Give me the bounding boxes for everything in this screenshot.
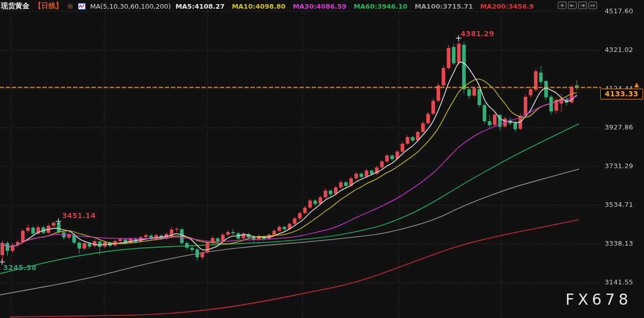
axis-tick: 4321.02 bbox=[605, 46, 633, 54]
ma-legend: MA5:4108.27 MA10:4098.80 MA30:4086.59 MA… bbox=[175, 3, 534, 10]
high-annotation: 4381.29 bbox=[460, 30, 494, 38]
crosshair-icon[interactable]: ⊕ bbox=[67, 2, 73, 10]
fx678-watermark: FX678 bbox=[565, 290, 632, 308]
move-tool-icon[interactable]: + bbox=[558, 2, 566, 9]
candlestick-chart-canvas[interactable] bbox=[0, 0, 644, 318]
axis-tick: 3534.71 bbox=[605, 201, 633, 208]
ma-group-label: MA(5,10,30,60,100,200) bbox=[90, 3, 171, 10]
chart-header: 现货黄金 【日线】 ⊕ MA(5,10,30,60,100,200) MA5:4… bbox=[1, 1, 534, 11]
scale-to-left-icon[interactable]: ⇤ bbox=[568, 2, 577, 9]
axis-tick: 3731.29 bbox=[605, 162, 633, 170]
scale-to-right-icon[interactable]: ⇥ bbox=[578, 2, 587, 9]
ma100-value: MA100:3715.71 bbox=[415, 3, 473, 10]
candlestick-chart-icon[interactable] bbox=[78, 3, 86, 10]
price-up-arrow-icon: ▲ bbox=[634, 82, 639, 88]
ma200-value: MA200:3456.9 bbox=[480, 3, 534, 10]
pan-right-icon[interactable]: ↦ bbox=[588, 2, 597, 9]
axis-tick: 3927.86 bbox=[605, 123, 633, 131]
ma10-value: MA10:4098.80 bbox=[232, 3, 286, 10]
chart-toolbar: + ⇤ ⇥ ↦ bbox=[558, 2, 597, 9]
ma5-value: MA5:4108.27 bbox=[175, 3, 224, 10]
ma60-value: MA60:3946.10 bbox=[354, 3, 408, 10]
swing-high-annotation: 3451.14 bbox=[62, 211, 96, 220]
axis-tick: 3141.55 bbox=[605, 278, 633, 286]
axis-tick: 3338.13 bbox=[605, 240, 633, 247]
symbol-title: 现货黄金 bbox=[1, 2, 30, 11]
last-price-tag: 4133.33 bbox=[600, 89, 643, 99]
ma30-value: MA30:4086.59 bbox=[293, 3, 347, 10]
low-annotation: 3245.38 bbox=[3, 263, 37, 272]
timeframe-label: 【日线】 bbox=[34, 2, 63, 11]
chart-window: 现货黄金 【日线】 ⊕ MA(5,10,30,60,100,200) MA5:4… bbox=[0, 0, 644, 318]
axis-tick: 4517.60 bbox=[605, 7, 633, 15]
